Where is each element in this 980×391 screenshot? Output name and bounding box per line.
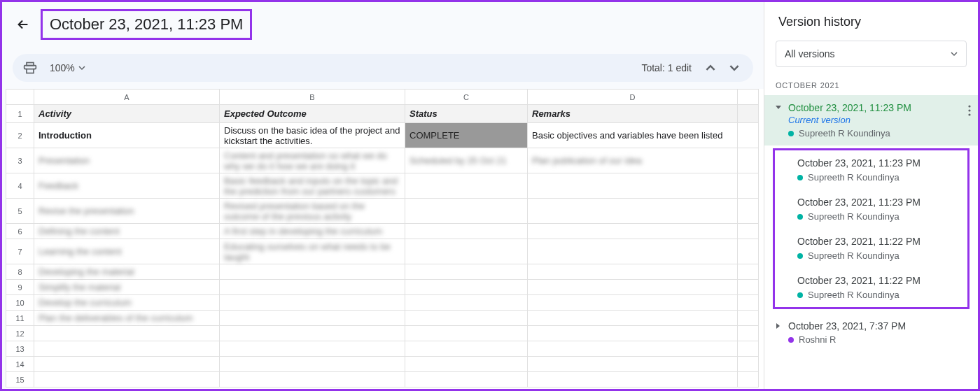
row-header[interactable]: 12: [6, 326, 34, 341]
back-button[interactable]: [13, 14, 34, 35]
sub-version-item[interactable]: October 23, 2021, 11:22 PM Supreeth R Ko…: [775, 229, 967, 268]
row-header[interactable]: 4: [6, 173, 34, 199]
next-edit-button[interactable]: [726, 59, 743, 76]
cell[interactable]: [220, 341, 405, 357]
cell[interactable]: [738, 173, 759, 199]
cell[interactable]: [405, 280, 528, 295]
cell[interactable]: [405, 311, 528, 326]
cell[interactable]: [405, 264, 528, 280]
cell[interactable]: Learning the content: [34, 239, 220, 264]
cell[interactable]: [528, 239, 738, 264]
cell[interactable]: [528, 326, 738, 341]
row-header[interactable]: 9: [6, 280, 34, 295]
cell[interactable]: [528, 372, 738, 388]
spreadsheet[interactable]: A B C D 1 Activity Expected Outcome Stat…: [6, 89, 764, 389]
cell[interactable]: [220, 264, 405, 280]
col-header-e[interactable]: [738, 90, 759, 105]
sub-version-item[interactable]: October 23, 2021, 11:23 PM Supreeth R Ko…: [775, 190, 967, 229]
cell[interactable]: [220, 311, 405, 326]
expand-caret[interactable]: [774, 104, 783, 112]
cell[interactable]: A first step in developing the curriculu…: [220, 224, 405, 239]
cell[interactable]: Plan publication of our idea: [528, 148, 738, 173]
cell[interactable]: [738, 224, 759, 239]
cell[interactable]: Basic objectives and variables have been…: [528, 123, 738, 148]
cell[interactable]: [738, 280, 759, 295]
cell[interactable]: Develop the curriculum: [34, 295, 220, 311]
version-item-current[interactable]: October 23, 2021, 11:23 PM Current versi…: [764, 95, 978, 145]
cell[interactable]: Activity: [34, 105, 220, 123]
row-header[interactable]: 3: [6, 148, 34, 173]
cell[interactable]: [738, 239, 759, 264]
cell[interactable]: [405, 357, 528, 372]
cell[interactable]: [528, 280, 738, 295]
cell[interactable]: [528, 295, 738, 311]
cell[interactable]: [405, 199, 528, 224]
cell[interactable]: [34, 341, 220, 357]
sub-version-item[interactable]: October 23, 2021, 11:22 PM Supreeth R Ko…: [775, 268, 967, 307]
more-options-button[interactable]: [968, 105, 971, 116]
cell[interactable]: [528, 199, 738, 224]
cell[interactable]: [405, 295, 528, 311]
cell[interactable]: Content and presentation so what we do w…: [220, 148, 405, 173]
cell[interactable]: [405, 239, 528, 264]
row-header[interactable]: 6: [6, 224, 34, 239]
cell[interactable]: Introduction: [34, 123, 220, 148]
cell[interactable]: Educating ourselves on what needs to be …: [220, 239, 405, 264]
cell[interactable]: [528, 311, 738, 326]
row-header[interactable]: 10: [6, 295, 34, 311]
cell[interactable]: Presentation: [34, 148, 220, 173]
cell[interactable]: [738, 295, 759, 311]
cell[interactable]: [738, 148, 759, 173]
cell[interactable]: [738, 264, 759, 280]
prev-edit-button[interactable]: [702, 59, 719, 76]
cell[interactable]: [528, 264, 738, 280]
cell[interactable]: Remarks: [528, 105, 738, 123]
corner-cell[interactable]: [6, 90, 34, 105]
cell[interactable]: [34, 326, 220, 341]
cell[interactable]: Revise the presentation: [34, 199, 220, 224]
col-header-c[interactable]: C: [405, 90, 528, 105]
zoom-control[interactable]: 100%: [44, 59, 91, 76]
col-header-d[interactable]: D: [528, 90, 738, 105]
cell[interactable]: [738, 105, 759, 123]
row-header[interactable]: 11: [6, 311, 34, 326]
print-button[interactable]: [23, 61, 37, 75]
cell[interactable]: [34, 357, 220, 372]
cell[interactable]: [528, 357, 738, 372]
cell[interactable]: Basic feedback and inputs on the topic a…: [220, 173, 405, 199]
cell[interactable]: Status: [405, 105, 528, 123]
row-header[interactable]: 1: [6, 105, 34, 123]
cell[interactable]: [220, 357, 405, 372]
cell[interactable]: [528, 224, 738, 239]
cell[interactable]: Developing the material: [34, 264, 220, 280]
cell[interactable]: [220, 326, 405, 341]
row-header[interactable]: 5: [6, 199, 34, 224]
row-header[interactable]: 15: [6, 372, 34, 388]
cell[interactable]: Simplify the material: [34, 280, 220, 295]
row-header[interactable]: 7: [6, 239, 34, 264]
row-header[interactable]: 8: [6, 264, 34, 280]
expand-caret[interactable]: [774, 322, 783, 330]
cell[interactable]: Expected Outcome: [220, 105, 405, 123]
cell[interactable]: [220, 372, 405, 388]
col-header-b[interactable]: B: [220, 90, 405, 105]
cell[interactable]: [738, 372, 759, 388]
cell[interactable]: [738, 123, 759, 148]
row-header[interactable]: 2: [6, 123, 34, 148]
cell[interactable]: [220, 280, 405, 295]
col-header-a[interactable]: A: [34, 90, 220, 105]
cell[interactable]: [738, 199, 759, 224]
cell[interactable]: [738, 341, 759, 357]
cell[interactable]: [528, 173, 738, 199]
sub-version-item[interactable]: October 23, 2021, 11:23 PM Supreeth R Ko…: [775, 150, 967, 190]
cell[interactable]: [405, 173, 528, 199]
cell[interactable]: Discuss on the basic idea of the project…: [220, 123, 405, 148]
cell[interactable]: [405, 372, 528, 388]
cell[interactable]: [738, 326, 759, 341]
cell[interactable]: Plan the deliverables of the curriculum: [34, 311, 220, 326]
row-header[interactable]: 13: [6, 341, 34, 357]
cell[interactable]: [405, 341, 528, 357]
row-header[interactable]: 14: [6, 357, 34, 372]
cell[interactable]: [738, 357, 759, 372]
cell[interactable]: [528, 341, 738, 357]
